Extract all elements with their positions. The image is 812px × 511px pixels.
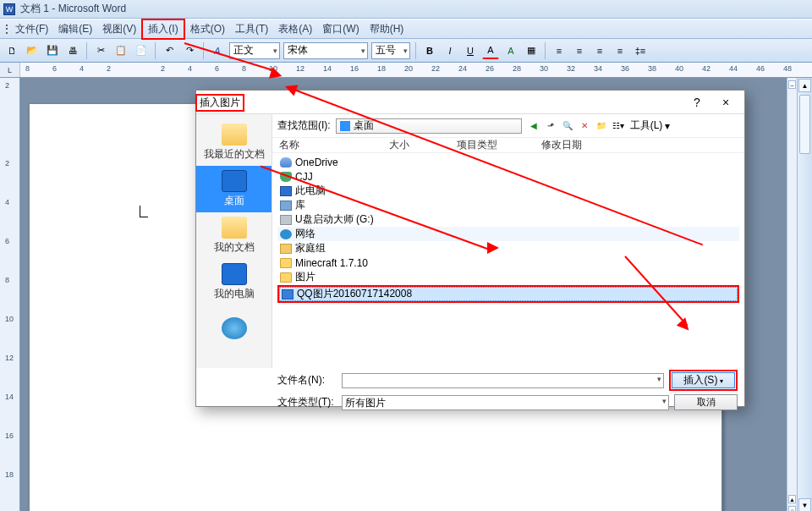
undo-button[interactable]: ↶: [161, 42, 178, 59]
list-item[interactable]: OneDrive: [277, 155, 739, 169]
menu-format[interactable]: 格式(O): [185, 20, 230, 38]
delete-button[interactable]: ✕: [578, 119, 591, 133]
list-item[interactable]: Minecraft 1.7.10: [277, 256, 739, 270]
font-combo[interactable]: 宋体: [283, 42, 368, 59]
align-justify-button[interactable]: ≡: [612, 42, 628, 59]
network-places-icon: [222, 317, 247, 339]
cut-button[interactable]: ✂: [92, 42, 109, 59]
ruler-tick: 40: [675, 64, 683, 73]
place-mydocs[interactable]: 我的文档: [196, 212, 272, 259]
insert-button[interactable]: 插入(S) ▾: [672, 372, 735, 388]
file-name: 此电脑: [295, 184, 326, 198]
document-workspace: 224681012141618 – ▲ ○ ▼ ▲ ▼ 插入图片 ? × 我最近…: [0, 78, 812, 511]
vertical-scrollbar[interactable]: ▲ ▼: [797, 78, 812, 511]
up-one-level-button[interactable]: ⬏: [544, 119, 557, 133]
align-right-button[interactable]: ≡: [591, 42, 608, 59]
recent-docs-icon: [222, 124, 247, 146]
file-name: 库: [295, 198, 305, 212]
cancel-button[interactable]: 取消: [674, 394, 738, 410]
desktop-icon: [222, 170, 247, 192]
horizontal-ruler[interactable]: 8642246810121416182022242628303234363840…: [20, 63, 812, 77]
dialog-close-button[interactable]: ×: [714, 96, 738, 109]
print-button[interactable]: 🖶: [64, 42, 81, 59]
dialog-help-button[interactable]: ?: [685, 96, 709, 109]
insert-picture-dialog: 插入图片 ? × 我最近的文档 桌面 我的文档: [195, 90, 745, 407]
menu-view[interactable]: 视图(V): [97, 20, 141, 38]
border-button[interactable]: ▦: [523, 42, 540, 59]
ruler-tick: 18: [377, 64, 386, 73]
search-web-button[interactable]: 🔍: [561, 119, 574, 133]
ruler-tick: 34: [594, 64, 602, 73]
desktop-small-icon: [340, 121, 350, 131]
menu-file[interactable]: 文件(F): [10, 20, 53, 38]
menu-insert[interactable]: 插入(I): [141, 19, 184, 40]
scroll-down-button[interactable]: ▼: [798, 498, 811, 511]
menu-tools[interactable]: 工具(T): [230, 20, 273, 38]
selected-file-highlight: QQ图片20160717142008: [277, 285, 739, 303]
font-color-button[interactable]: A: [482, 42, 499, 59]
font-size-combo[interactable]: 五号: [371, 42, 410, 59]
save-button[interactable]: 💾: [44, 42, 61, 59]
line-spacing-button[interactable]: ‡≡: [632, 42, 649, 59]
dialog-titlebar[interactable]: 插入图片 ? ×: [196, 91, 744, 114]
split-handle[interactable]: –: [788, 80, 796, 89]
col-type[interactable]: 项目类型: [457, 138, 541, 152]
place-network[interactable]: [196, 305, 272, 352]
new-folder-button[interactable]: 📁: [595, 119, 608, 133]
file-name: U盘启动大师 (G:): [295, 212, 374, 227]
vertical-ruler[interactable]: 224681012141618: [0, 78, 20, 511]
standard-toolbar: 🗋 📂 💾 🖶 ✂ 📋 📄 ↶ ↷ A 正文 宋体 五号 B I U A A ▦…: [0, 39, 812, 63]
filename-input[interactable]: [342, 373, 664, 388]
title-bar: W 文档 1 - Microsoft Word: [0, 0, 812, 19]
vruler-tick: 18: [5, 470, 14, 479]
place-desktop[interactable]: 桌面: [196, 166, 272, 212]
menu-table[interactable]: 表格(A): [273, 20, 317, 38]
col-name[interactable]: 名称: [279, 138, 389, 152]
paste-button[interactable]: 📄: [133, 42, 150, 59]
lookup-combo[interactable]: 桌面: [336, 118, 522, 134]
menu-edit[interactable]: 编辑(E): [53, 20, 97, 38]
lookup-bar: 查找范围(I): 桌面 ◀ ⬏ 🔍 ✕ 📁 ☷▾ 工具(L)▾: [272, 114, 744, 138]
browse-up[interactable]: ▲: [788, 495, 796, 503]
file-list[interactable]: OneDriveCJJ此电脑库U盘启动大师 (G:)网络家庭组Minecraft…: [272, 153, 744, 368]
menu-help[interactable]: 帮助(H): [365, 20, 409, 38]
scroll-up-button[interactable]: ▲: [798, 79, 811, 92]
file-list-header[interactable]: 名称 大小 项目类型 修改日期: [272, 138, 744, 153]
col-modified[interactable]: 修改日期: [541, 138, 617, 152]
new-doc-button[interactable]: 🗋: [3, 42, 20, 59]
list-item[interactable]: 家庭组: [277, 241, 739, 256]
views-button[interactable]: ☷▾: [612, 119, 625, 133]
ruler-tick: 6: [215, 64, 219, 73]
list-item[interactable]: 网络: [277, 227, 739, 241]
highlight-button[interactable]: A: [502, 42, 519, 59]
home-icon: [280, 244, 292, 254]
align-left-button[interactable]: ≡: [551, 42, 568, 59]
scroll-thumb[interactable]: [799, 95, 810, 154]
place-recent[interactable]: 我最近的文档: [196, 119, 272, 166]
browse-object[interactable]: ○: [788, 506, 796, 511]
style-combo[interactable]: 正文: [229, 42, 280, 59]
list-item[interactable]: U盘启动大师 (G:): [277, 212, 739, 227]
back-button[interactable]: ◀: [527, 119, 540, 133]
list-item[interactable]: 此电脑: [277, 184, 739, 198]
col-size[interactable]: 大小: [389, 138, 457, 152]
open-button[interactable]: 📂: [24, 42, 41, 59]
text-cursor-icon: [140, 206, 148, 217]
copy-button[interactable]: 📋: [112, 42, 129, 59]
ruler-tick: 38: [648, 64, 656, 73]
ruler-tick: 12: [296, 64, 304, 73]
place-mycomputer[interactable]: 我的电脑: [196, 259, 272, 305]
underline-button[interactable]: U: [462, 42, 479, 59]
list-item[interactable]: 图片: [277, 270, 739, 284]
menu-window[interactable]: 窗口(W): [317, 20, 364, 38]
list-item[interactable]: QQ图片20160717142008: [279, 287, 738, 301]
ruler-tick: 46: [756, 64, 765, 73]
list-item[interactable]: 库: [277, 198, 739, 212]
italic-button[interactable]: I: [442, 42, 458, 59]
filename-label: 文件名(N):: [277, 373, 337, 387]
img-icon: [282, 289, 294, 299]
align-center-button[interactable]: ≡: [571, 42, 588, 59]
tools-menu[interactable]: 工具(L)▾: [630, 118, 671, 133]
bold-button[interactable]: B: [421, 42, 438, 59]
filetype-combo[interactable]: 所有图片: [342, 395, 669, 410]
